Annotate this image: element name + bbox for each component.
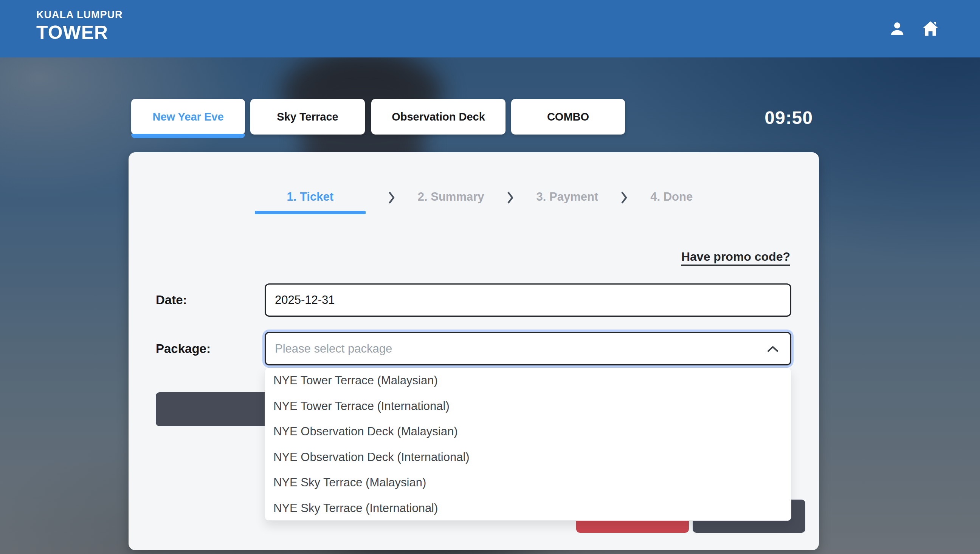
tab-label: COMBO — [547, 111, 589, 123]
step-label: 4. Done — [650, 190, 693, 204]
package-option[interactable]: NYE Sky Terrace (Malaysian) — [265, 470, 791, 495]
date-input[interactable] — [265, 283, 791, 317]
step-ticket: 1. Ticket — [255, 190, 366, 214]
promo-code-link[interactable]: Have promo code? — [681, 250, 790, 266]
chevron-up-icon — [767, 345, 790, 353]
tab-label: Sky Terrace — [277, 111, 338, 123]
booking-card: 1. Ticket 2. Summary 3. Payment 4. Done … — [129, 152, 819, 550]
package-select[interactable]: Please select package — [265, 332, 791, 365]
step-label: 2. Summary — [418, 190, 484, 204]
package-option[interactable]: NYE Observation Deck (Malaysian) — [265, 419, 791, 444]
kl-tower-logo: KUALA LUMPUR TOWER — [36, 9, 123, 43]
step-label: 3. Payment — [537, 190, 599, 204]
ticket-type-tabs: New Year Eve Sky Terrace Observation Dec… — [131, 99, 849, 135]
logo-line2: TOWER — [36, 22, 123, 43]
step-done: 4. Done — [650, 190, 693, 214]
chevron-right-icon — [387, 191, 396, 204]
header-icons — [888, 0, 940, 57]
package-option[interactable]: NYE Sky Terrace (International) — [265, 495, 791, 521]
countdown-timer: 09:50 — [765, 107, 813, 128]
wizard-steps: 1. Ticket 2. Summary 3. Payment 4. Done — [129, 190, 819, 214]
package-option[interactable]: NYE Tower Terrace (International) — [265, 393, 791, 419]
tab-combo[interactable]: COMBO — [511, 99, 625, 135]
app-header: KUALA LUMPUR TOWER — [0, 0, 980, 57]
step-label: 1. Ticket — [255, 190, 366, 204]
tab-new-year-eve[interactable]: New Year Eve — [131, 99, 245, 135]
package-select-placeholder: Please select package — [266, 342, 767, 356]
package-dropdown-list: NYE Tower Terrace (Malaysian) NYE Tower … — [265, 367, 791, 521]
user-icon[interactable] — [888, 19, 907, 38]
package-option[interactable]: NYE Observation Deck (International) — [265, 444, 791, 470]
screen: KUALA LUMPUR TOWER New Year Eve Sky Terr… — [0, 0, 980, 554]
tab-sky-terrace[interactable]: Sky Terrace — [250, 99, 365, 135]
tab-label: Observation Deck — [392, 111, 485, 123]
step-summary: 2. Summary — [418, 190, 484, 214]
chevron-right-icon — [620, 191, 628, 204]
logo-line1: KUALA LUMPUR — [36, 9, 123, 21]
date-label: Date: — [156, 283, 187, 317]
home-icon[interactable] — [921, 19, 940, 38]
tab-label: New Year Eve — [152, 111, 223, 123]
package-label: Package: — [156, 332, 210, 365]
chevron-right-icon — [506, 191, 515, 204]
step-payment: 3. Payment — [537, 190, 599, 214]
tab-observation-deck[interactable]: Observation Deck — [371, 99, 505, 135]
package-option[interactable]: NYE Tower Terrace (Malaysian) — [265, 368, 791, 393]
